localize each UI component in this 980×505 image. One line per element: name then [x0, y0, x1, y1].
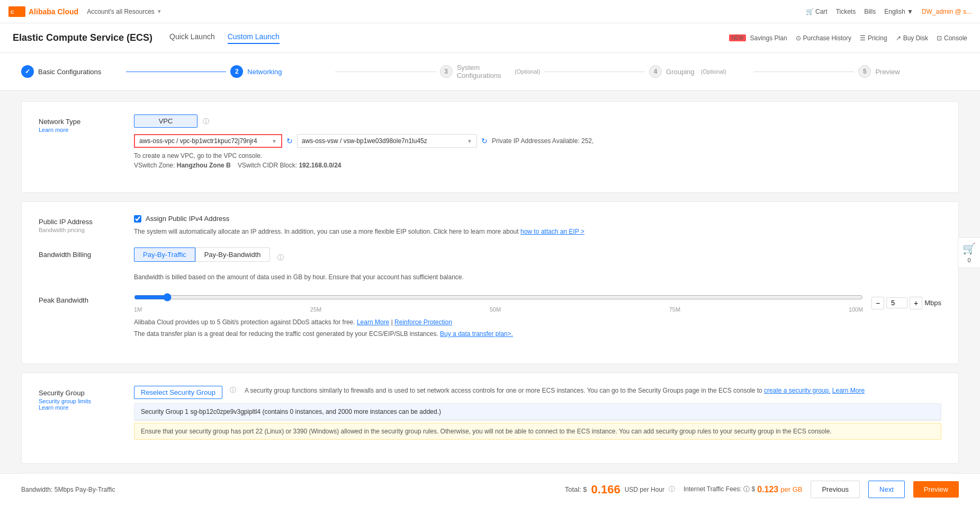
reinforce-protection-link[interactable]: Reinforce Protection — [394, 318, 452, 326]
sg-info-icon[interactable]: ⓘ — [230, 386, 236, 395]
logo-text: Alibaba Cloud — [29, 7, 78, 16]
launch-tabs: Quick Launch Custom Launch — [169, 32, 280, 44]
network-type-label: Network Type — [39, 118, 134, 126]
security-group-row: Security Group Security group limitsLear… — [39, 386, 941, 440]
traffic-fee-section: Internet Traffic Fees: ⓘ $ 0.123 per GB — [684, 485, 802, 494]
savings-plan-link[interactable]: NEW Savings Plan — [729, 34, 787, 42]
sg-warning-text: Ensure that your security group has port… — [134, 423, 941, 440]
alibaba-cloud-logo-icon: C — [8, 6, 25, 17]
vsw-select-dropdown[interactable]: aws-oss-vsw / vsw-bp1we03d98ole7n1lu45z … — [297, 134, 477, 148]
security-group-section: Security Group Security group limitsLear… — [21, 373, 959, 464]
public-ip-section: Public IP Address Bandwidth pricing Assi… — [21, 201, 959, 364]
bills-link[interactable]: Bills — [864, 8, 876, 15]
price-total-section: Total: $ 0.166 USD per Hour ⓘ — [565, 483, 675, 497]
peak-bandwidth-label: Peak Bandwidth — [39, 296, 134, 304]
step-1-circle: ✓ — [21, 65, 34, 78]
new-badge: NEW — [729, 34, 745, 41]
assign-ipv4-checkbox[interactable] — [134, 215, 141, 223]
step-connector-3 — [544, 72, 645, 72]
pay-by-bandwidth-tab[interactable]: Pay-By-Bandwidth — [195, 247, 270, 262]
step-4-label: Grouping — [666, 68, 694, 76]
bandwidth-decrease-button[interactable]: − — [871, 297, 884, 309]
tab-quick-launch[interactable]: Quick Launch — [169, 32, 215, 44]
bandwidth-input-group: − + Mbps — [871, 297, 941, 309]
bandwidth-slider[interactable] — [134, 293, 863, 302]
step-1: ✓ Basic Configurations — [21, 65, 122, 78]
account-resources[interactable]: Account's all Resources ▼ — [87, 8, 162, 15]
tab-custom-launch[interactable]: Custom Launch — [228, 32, 280, 44]
vsw-zone-info: VSwitch Zone: Hangzhou Zone B VSwitch CI… — [134, 162, 941, 169]
preview-button[interactable]: Preview — [913, 481, 959, 498]
sg-card-header: Security Group 1 sg-bp12c0zpe9v3gpipltl4… — [134, 404, 941, 420]
vpc-refresh-button[interactable]: ↻ — [286, 137, 293, 145]
network-type-section: Network Type Learn more VPC ⓘ aws-oss-vp… — [21, 101, 959, 193]
vpc-info-icon[interactable]: ⓘ — [203, 118, 209, 125]
reselect-security-group-button[interactable]: Reselect Security Group — [134, 386, 222, 399]
sg-learn-more-link[interactable]: Learn More — [832, 387, 865, 394]
learn-more-link[interactable]: Learn More — [357, 318, 389, 326]
pay-by-traffic-tab[interactable]: Pay-By-Traffic — [134, 247, 195, 262]
buy-disk-link[interactable]: ↗ Buy Disk — [896, 34, 928, 42]
public-ip-row: Public IP Address Bandwidth pricing Assi… — [39, 215, 941, 237]
svg-text:C: C — [11, 10, 14, 15]
step-2-circle: 2 — [230, 65, 243, 78]
tickets-link[interactable]: Tickets — [836, 8, 856, 15]
total-unit: USD per Hour — [625, 486, 664, 493]
cart-icon: 🛒 — [963, 242, 976, 255]
vpc-select-value: aws-oss-vpc / vpc-bp1wctr1kpuc72j79njr4 — [139, 137, 257, 145]
billing-info-icon[interactable]: ⓘ — [277, 253, 284, 262]
traffic-label: Internet Traffic Fees: ⓘ $ — [684, 485, 755, 494]
mbps-label: Mbps — [924, 299, 941, 307]
logo[interactable]: C Alibaba Cloud — [8, 6, 78, 17]
language-selector[interactable]: English ▼ — [884, 8, 913, 15]
user-menu[interactable]: DW_admin @ s... — [922, 8, 972, 15]
stepper: ✓ Basic Configurations 2 Networking 3 Sy… — [0, 53, 980, 91]
ip-note-text: The system will automatically allocate a… — [134, 227, 941, 237]
eip-link[interactable]: how to attach an EIP > — [520, 228, 585, 235]
vsw-refresh-button[interactable]: ↻ — [481, 137, 488, 145]
vsw-select-value: aws-oss-vsw / vsw-bp1we03d98ole7n1lu45z — [302, 137, 427, 145]
transfer-plan-link[interactable]: Buy a data transfer plan>. — [440, 330, 513, 338]
create-sg-link[interactable]: create a security group. — [764, 387, 830, 394]
step-4-circle: 4 — [649, 65, 662, 78]
bandwidth-increase-button[interactable]: + — [910, 297, 922, 309]
step-2: 2 Networking — [230, 65, 331, 78]
bandwidth-value-input[interactable] — [886, 297, 907, 308]
secondary-navigation: Elastic Compute Service (ECS) Quick Laun… — [0, 23, 980, 53]
public-ip-label: Public IP Address — [39, 218, 134, 226]
sg-header-row: Reselect Security Group ⓘ A security gro… — [134, 386, 941, 399]
vpc-select-dropdown[interactable]: aws-oss-vpc / vpc-bp1wctr1kpuc72j79njr4 … — [134, 134, 282, 148]
learn-more-link[interactable]: Learn more — [39, 127, 134, 133]
step-connector-1 — [126, 72, 227, 72]
step-3: 3 System Configurations (Optional) — [440, 64, 541, 79]
bandwidth-slider-container: 1M 25M 50M 75M 100M — [134, 293, 863, 313]
step-5-label: Preview — [875, 68, 900, 76]
security-group-label: Security Group — [39, 389, 134, 397]
console-link[interactable]: ⊡ Console — [937, 34, 967, 42]
assign-ipv4-row: Assign Public IPv4 Address — [134, 215, 941, 223]
peak-bandwidth-row: Peak Bandwidth 1M 25M 50M 75M 100M — [39, 293, 941, 340]
step-4: 4 Grouping (Optional) — [649, 65, 750, 78]
price-info-icon[interactable]: ⓘ — [669, 485, 675, 494]
purchase-history-link[interactable]: ⊙ Purchase History — [796, 34, 851, 42]
pricing-link[interactable]: ☰ Pricing — [860, 34, 887, 42]
next-button[interactable]: Next — [868, 481, 905, 498]
slider-labels: 1M 25M 50M 75M 100M — [134, 306, 863, 313]
network-type-row: Network Type Learn more VPC ⓘ aws-oss-vp… — [39, 114, 941, 169]
billing-note: Bandwidth is billed based on the amount … — [134, 272, 941, 282]
vsw-dropdown-icon: ▼ — [467, 138, 472, 144]
bandwidth-billing-row: Bandwidth Billing Pay-By-Traffic Pay-By-… — [39, 247, 941, 282]
dropdown-icon: ▼ — [157, 8, 162, 14]
cart-link[interactable]: 🛒 Cart — [806, 8, 828, 15]
ip-available-text: Private IP Addresses Available: 252, — [492, 137, 594, 145]
vpc-type-button[interactable]: VPC — [134, 114, 197, 128]
previous-button[interactable]: Previous — [811, 481, 860, 498]
assign-ipv4-label: Assign Public IPv4 Address — [146, 215, 229, 223]
step-3-circle: 3 — [440, 65, 453, 78]
top-navigation: C Alibaba Cloud Account's all Resources … — [0, 0, 980, 23]
step-3-label: System Configurations — [457, 64, 508, 79]
cart-count: 0 — [967, 257, 970, 263]
security-group-card: Security Group 1 sg-bp12c0zpe9v3gpipltl4… — [134, 403, 941, 421]
side-cart-widget[interactable]: 🛒 0 — [958, 237, 980, 268]
step-2-label: Networking — [247, 68, 282, 76]
